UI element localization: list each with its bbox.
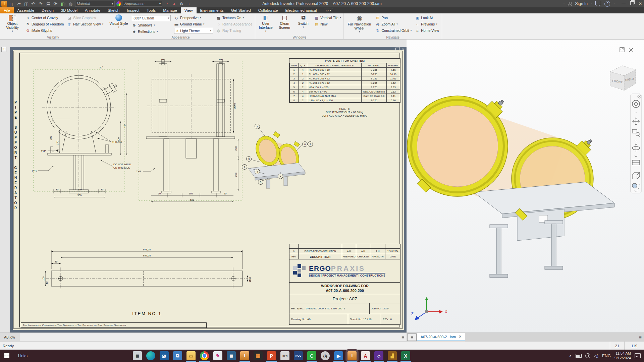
object-visibility-button[interactable]: Object Visibility▾	[3, 14, 22, 33]
iproperties-icon[interactable]: ▤	[46, 1, 51, 7]
tab-file[interactable]: File	[0, 7, 14, 13]
panel-label-navigate[interactable]: Navigate	[344, 36, 441, 39]
undo-icon[interactable]: ↶▾	[31, 1, 37, 7]
browser-expand-icon[interactable]: +	[1, 47, 6, 52]
tab-collaborate[interactable]: Collaborate	[255, 7, 282, 13]
visual-studio-icon[interactable]: ◇	[374, 351, 383, 360]
assembly-3d-view[interactable]: FRONT RIGHT X Z	[407, 40, 644, 333]
system-monitor-icon[interactable]: ▦	[133, 351, 142, 360]
zoom-all-button[interactable]: ◎Zoom All ▾	[375, 21, 412, 26]
imate-glyphs-button[interactable]: ⊘iMate Glyphs	[25, 28, 64, 33]
unit-converter-icon[interactable]: in ft	[280, 351, 289, 360]
clock-app-icon[interactable]: ◷	[321, 351, 330, 360]
clean-screen-button[interactable]: ▢ Clean Screen	[277, 14, 292, 29]
measure-icon[interactable]: ◧▾	[60, 1, 66, 7]
ground-plane-button[interactable]: ▬Ground Plane ▾	[174, 21, 213, 26]
vertical-tile-button[interactable]: ▥Vertical Tile ▾	[314, 15, 341, 20]
store-cart-icon[interactable]	[595, 1, 601, 5]
start-button[interactable]	[0, 350, 13, 362]
clear-appearance-icon[interactable]: ◕	[171, 1, 177, 7]
degrees-of-freedom-button[interactable]: ↻Degrees of Freedom	[25, 21, 64, 26]
paint-icon[interactable]: ✎	[213, 351, 222, 360]
sign-in-button[interactable]: Sign In	[575, 1, 588, 6]
remote-desktop-icon[interactable]: 🖳	[160, 351, 169, 360]
panel-label-appearance[interactable]: Appearance	[106, 36, 255, 39]
view-cube[interactable]: FRONT RIGHT	[610, 66, 636, 90]
visual-style-combo[interactable]: User Custom▾	[132, 15, 171, 21]
tab-sketch[interactable]: Sketch	[104, 7, 123, 13]
battery-icon[interactable]	[576, 354, 582, 358]
volume-icon[interactable]: ◁)	[594, 354, 598, 358]
material-combo[interactable]: Material▾	[75, 1, 115, 7]
panel-label-visibility[interactable]: Visibility	[0, 36, 106, 39]
tab-list-icon[interactable]: ≡	[399, 333, 407, 342]
tab-list-icon[interactable]: ≡	[637, 333, 644, 342]
look-at-button[interactable]: ▣Look At	[415, 15, 439, 20]
calculator-icon[interactable]: ▦	[227, 351, 236, 360]
file-explorer-icon[interactable]: ▭	[186, 351, 196, 360]
ribbon-display-toggle[interactable]: ▭ ▾	[324, 8, 333, 13]
language-indicator[interactable]: ENG	[602, 354, 611, 358]
tab-view[interactable]: View	[181, 7, 197, 13]
new-window-button[interactable]: ▤New	[314, 21, 341, 26]
tab-electromechanical[interactable]: Electromechanical	[281, 7, 320, 13]
tab-environments[interactable]: Environments	[197, 7, 227, 13]
constrained-orbit-button[interactable]: ↻Constrained Orbit ▾	[375, 28, 412, 33]
excel-icon[interactable]: X	[401, 351, 410, 360]
tab-assembly-iam[interactable]: A07-20-A-600-2...iam✕	[417, 333, 465, 342]
shadows-button[interactable]: ⊗Shadows ▾	[132, 22, 171, 27]
inventor-logo-icon[interactable]: I	[1, 1, 7, 7]
reflections-button[interactable]: ◈Reflections ▾	[132, 29, 171, 34]
pane-window-buttons[interactable]	[620, 48, 633, 52]
links-toolbar-label[interactable]: Links	[18, 354, 28, 358]
inventor-taskbar-icon[interactable]: I	[240, 351, 249, 360]
tab-a0-idw[interactable]: A0.idw	[0, 333, 19, 342]
tab-assemble[interactable]: Assemble	[14, 7, 38, 13]
qat-customize-icon[interactable]: +	[186, 1, 192, 7]
adjust-appearance-icon[interactable]: ◔	[164, 1, 170, 7]
lighting-combo[interactable]: ☀Light Theme▾	[174, 28, 213, 34]
display-settings-icon[interactable]: ⧉	[173, 351, 182, 360]
minimize-button[interactable]: —	[622, 1, 626, 6]
chart-app-icon[interactable]: ▟	[388, 351, 397, 360]
autocad-icon[interactable]: A	[361, 351, 370, 360]
open-file-icon[interactable]: ▱	[16, 1, 22, 7]
action-center-icon[interactable]	[635, 353, 641, 358]
material-swatch-icon[interactable]: ◍	[68, 1, 73, 7]
half-section-view-button[interactable]: ◫Half Section View ▾	[67, 21, 103, 26]
chrome-icon[interactable]	[200, 351, 209, 360]
tab-list-icon[interactable]: ≡	[407, 334, 417, 341]
tab-annotate[interactable]: Annotate	[81, 7, 104, 13]
help-icon[interactable]: ?	[604, 1, 610, 7]
media-converter-icon[interactable]: NCU	[294, 351, 303, 360]
panel-label-windows[interactable]: Windows	[255, 36, 343, 39]
tab-manage[interactable]: Manage	[159, 7, 181, 13]
media-player-icon[interactable]: ▶	[334, 351, 343, 360]
update-icon[interactable]: ⟳▾	[53, 1, 59, 7]
tray-chevron-icon[interactable]: ∧	[569, 354, 572, 358]
sign-in-caret-icon[interactable]: ▾	[591, 2, 592, 5]
collapse-arrow-icon[interactable]: ◂	[563, 2, 565, 5]
appearance-combo[interactable]: Appearance▾	[123, 1, 162, 7]
close-tab-icon[interactable]: ✕	[459, 335, 462, 339]
camtasia-icon[interactable]: C	[307, 351, 316, 360]
save-icon[interactable]: ◫	[23, 1, 29, 7]
drawing-close-button[interactable]: ✕	[402, 48, 405, 51]
navigation-bar[interactable]	[631, 94, 641, 193]
restore-button[interactable]	[630, 1, 634, 5]
tab-inspect[interactable]: Inspect	[123, 7, 143, 13]
textures-on-button[interactable]: ▩Textures On ▾	[216, 15, 252, 20]
center-of-gravity-button[interactable]: ◑Center of Gravity	[25, 15, 64, 20]
home-view-button[interactable]: ⌂Home View	[415, 28, 439, 33]
fx-parameters-icon[interactable]: fx	[179, 1, 184, 7]
close-button[interactable]: ✕	[639, 1, 642, 6]
tab-design[interactable]: Design	[38, 7, 57, 13]
network-icon[interactable]	[585, 353, 590, 358]
drawing-restore-button[interactable]	[395, 48, 399, 51]
switch-windows-button[interactable]: ⧉ Switch▾	[296, 14, 311, 28]
edge-icon[interactable]	[146, 351, 155, 360]
inventor-active-icon[interactable]: I	[347, 351, 357, 360]
full-navigation-wheel-button[interactable]: ◉ Full Navigation Wheel▾	[346, 14, 372, 33]
visual-style-button[interactable]: Visual Style▾	[109, 14, 128, 28]
perspective-button[interactable]: ◇Perspective ▾	[174, 15, 213, 20]
